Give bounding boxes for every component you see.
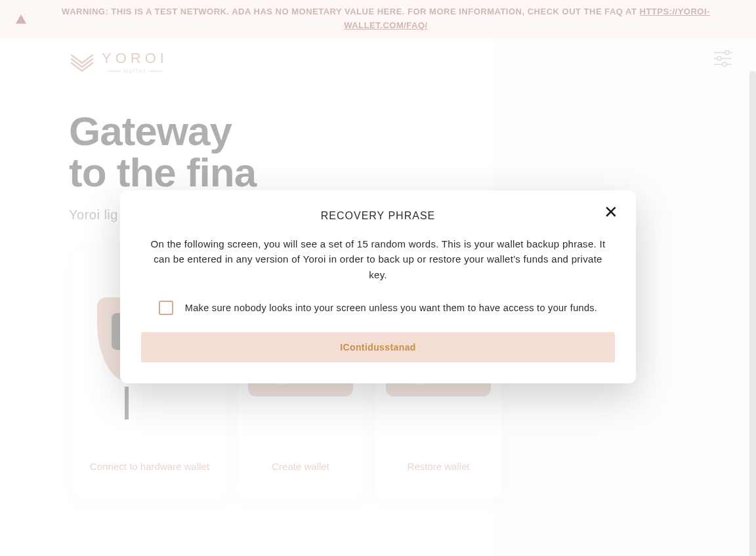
- modal-body-text: On the following screen, you will see a …: [141, 236, 615, 282]
- close-icon[interactable]: ✕: [603, 205, 619, 221]
- recovery-phrase-modal: ✕ RECOVERY PHRASE On the following scree…: [120, 190, 636, 383]
- privacy-acknowledge-label: Make sure nobody looks into your screen …: [185, 303, 597, 313]
- modal-title: RECOVERY PHRASE: [141, 210, 615, 222]
- privacy-acknowledge-row: Make sure nobody looks into your screen …: [141, 301, 615, 315]
- privacy-acknowledge-checkbox[interactable]: [159, 301, 173, 315]
- continue-button[interactable]: IContidusstanad: [141, 332, 615, 362]
- continue-button-label: IContidusstanad: [340, 342, 416, 353]
